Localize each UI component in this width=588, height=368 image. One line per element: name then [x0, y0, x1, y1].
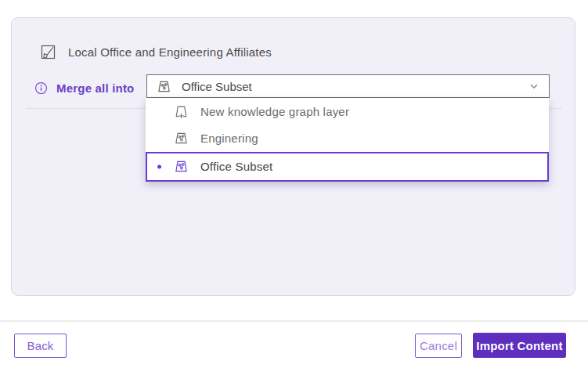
dropdown-option-label: Enginering [200, 132, 258, 145]
source-layer-label: Local Office and Engineering Affiliates [68, 45, 272, 59]
merge-all-into-label: Merge all into [56, 81, 134, 95]
dropdown-option-enginering[interactable]: Enginering [146, 124, 549, 151]
merge-target-dropdown: New knowledge graph layer Enginering Off [146, 98, 549, 182]
source-layer-row: Local Office and Engineering Affiliates [40, 42, 272, 61]
merge-row: Merge all into [34, 78, 134, 98]
import-content-button[interactable]: Import Content [473, 333, 566, 358]
new-knowledge-graph-layer-icon [174, 104, 189, 119]
knowledge-graph-layer-icon [174, 131, 189, 146]
dropdown-option-office-subset[interactable]: Office Subset [146, 152, 549, 182]
back-button[interactable]: Back [14, 334, 67, 358]
dropdown-option-label: Office Subset [200, 160, 272, 173]
knowledge-graph-layer-icon [174, 159, 189, 174]
select-value: Office Subset [182, 80, 252, 93]
knowledge-graph-layer-icon [157, 79, 171, 94]
sketch-layer-icon [40, 44, 56, 60]
chevron-down-icon[interactable] [528, 81, 539, 92]
dropdown-option-new-layer[interactable]: New knowledge graph layer [146, 98, 549, 124]
info-icon[interactable] [34, 81, 48, 95]
footer-divider [0, 320, 588, 322]
dropdown-option-label: New knowledge graph layer [200, 105, 349, 118]
merge-target-select[interactable]: Office Subset [146, 74, 550, 98]
cancel-button[interactable]: Cancel [415, 334, 462, 358]
